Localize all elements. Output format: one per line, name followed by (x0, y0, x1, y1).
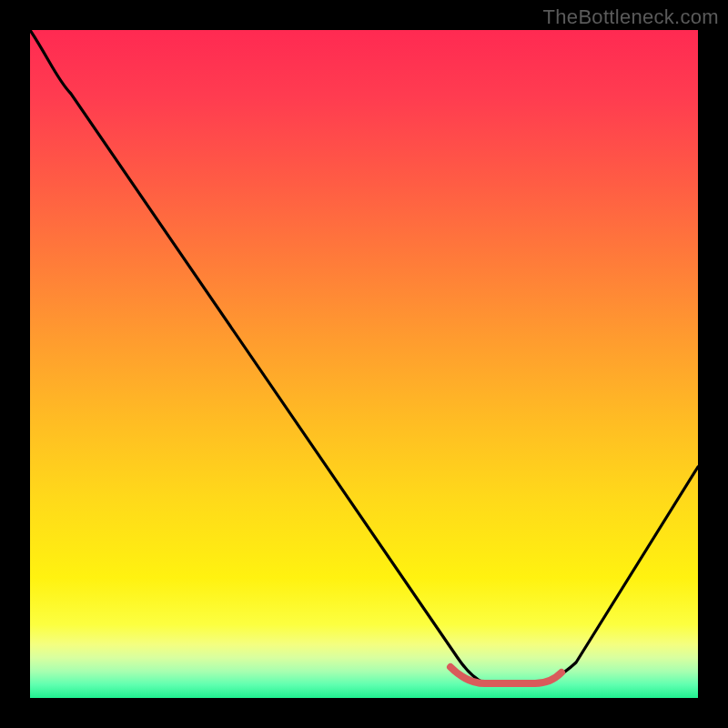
chart-background-gradient (30, 30, 698, 698)
watermark-text: TheBottleneck.com (543, 5, 719, 29)
chart-plot-area (30, 30, 698, 698)
